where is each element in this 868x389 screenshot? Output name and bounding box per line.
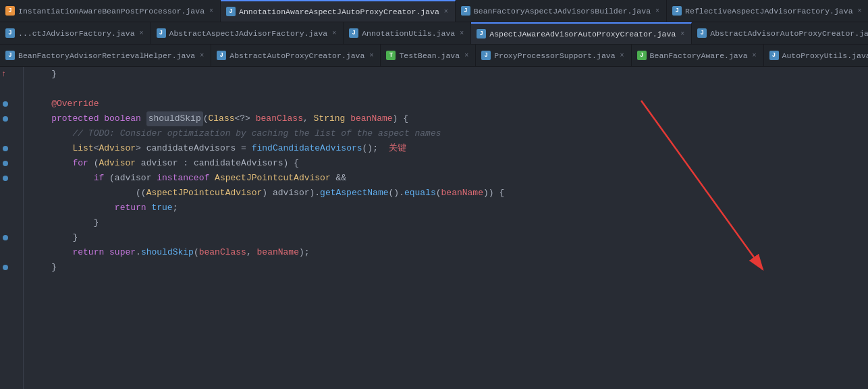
tab-icon-ctjadvisorfactory: J	[5, 28, 15, 38]
tab-instantiation[interactable]: J InstantiationAwareBeanPostProcessor.ja…	[0, 0, 221, 22]
tab-label-aspectjaware: AspectJAwareAdvisorAutoProxyCreator.java	[489, 30, 676, 38]
tab-abstractaspect[interactable]: J AbstractAspectJAdvisorFactory.java ×	[151, 22, 344, 44]
gutter-line-6	[0, 141, 23, 156]
code-fn-shouldskip2: shouldSkip	[141, 245, 194, 260]
code-line-return-super: return super.shouldSkip(beanClass, beanN…	[30, 245, 868, 260]
tab-beanfactoryadvisor[interactable]: J BeanFactoryAdvisorRetrievalHelper.java…	[0, 45, 211, 66]
gutter-arrow-up: ↑	[1, 70, 6, 79]
code-type-class: Class	[209, 111, 235, 126]
tab-close-beanfactoryadvisor[interactable]: ×	[198, 51, 205, 60]
code-fn-getaspectname: getAspectName	[320, 186, 388, 201]
tab-bar-row1: J InstantiationAwareBeanPostProcessor.ja…	[0, 0, 868, 22]
line-number-gutter: ↑	[0, 67, 24, 389]
code-param-beanname3: beanName	[257, 245, 299, 260]
code-line-return-true: return true;	[30, 201, 868, 215]
code-line-close-if: }	[30, 215, 868, 230]
code-type-aspectjpointcut: AspectJPointcutAdvisor	[215, 171, 331, 186]
code-line-2	[30, 82, 868, 97]
tab-close-abstractautoproxy[interactable]: ×	[368, 51, 375, 60]
code-type-list: List	[72, 141, 93, 156]
tab-icon-beanfactory: J	[461, 6, 470, 16]
gutter-line-7	[0, 156, 23, 171]
gutter-line-3	[0, 97, 23, 111]
gutter-line-14	[0, 260, 23, 275]
tab-label-ctjadvisorfactory: ...ctJAdvisorFactory.java	[18, 29, 135, 38]
tab-beanfactoryaware[interactable]: J BeanFactoryAware.java ×	[632, 45, 764, 66]
tab-label-proxyprocessor: ProxyProcessorSupport.java	[494, 51, 615, 60]
code-param-beanname2: beanName	[441, 186, 483, 201]
tab-close-instantiation[interactable]: ×	[208, 7, 215, 16]
gutter-line-9	[0, 186, 23, 201]
code-brace-close-method: }	[30, 260, 57, 275]
gutter-line-8	[0, 171, 23, 186]
tab-autoproxyutils[interactable]: J AutoProxyUtils.java ×	[764, 45, 868, 66]
code-type-aspectjpointcut2: AspectJPointcutAdvisor	[146, 186, 263, 201]
code-line-close-for: }	[30, 230, 868, 245]
gutter-line-4	[0, 111, 23, 126]
tab-close-abstractaspect[interactable]: ×	[331, 29, 337, 38]
tab-bar-row2: J ...ctJAdvisorFactory.java × J Abstract…	[0, 22, 868, 45]
tab-close-beanfactoryaware[interactable]: ×	[751, 51, 758, 60]
tab-icon-testbean: T	[386, 51, 396, 60]
code-brace-close-1: }	[30, 67, 57, 82]
code-comment-text: // TODO: Consider optimization by cachin…	[72, 126, 441, 141]
gutter-line-5	[0, 126, 23, 141]
tab-close-aspectjaware[interactable]: ×	[679, 30, 686, 38]
tab-close-beanfactory[interactable]: ×	[654, 7, 661, 16]
tab-reflective[interactable]: J ReflectiveAspectJAdvisorFactory.java ×	[667, 0, 868, 22]
tab-label-testbean: TestBean.java	[399, 51, 460, 60]
code-line-close-method: }	[30, 260, 868, 275]
tab-annotationutils[interactable]: J AnnotationUtils.java ×	[344, 22, 471, 44]
code-kw-if: if	[94, 171, 105, 186]
tab-close-ctjadvisorfactory[interactable]: ×	[138, 29, 145, 38]
tab-close-reflective[interactable]: ×	[857, 7, 863, 16]
tab-testbean[interactable]: T TestBean.java ×	[381, 45, 476, 66]
tab-abstractauto[interactable]: J AbstractAdvisorAutoProxyCreator.java ×	[692, 22, 868, 44]
tab-abstractautoproxy[interactable]: J AbstractAutoProxyCreator.java ×	[211, 45, 381, 66]
tab-close-annotation[interactable]: ×	[443, 7, 450, 16]
code-method-shouldskip: shouldSkip	[146, 111, 203, 126]
code-kw-for: for	[72, 156, 88, 171]
code-editor[interactable]: } @Override protected boolean shouldSkip…	[24, 67, 868, 389]
tab-close-proxyprocessor[interactable]: ×	[619, 51, 626, 60]
tab-icon-aspectjaware: J	[477, 29, 486, 38]
code-val-true: true	[151, 201, 172, 215]
tab-label-beanfactoryaware: BeanFactoryAware.java	[650, 51, 748, 60]
tab-ctjadvisorfactory[interactable]: J ...ctJAdvisorFactory.java ×	[0, 22, 151, 44]
tab-icon-beanfactoryaware: J	[637, 51, 647, 60]
code-kw-return1: return	[115, 201, 146, 215]
code-kw-super: super	[109, 245, 136, 260]
tab-label-annotation: AnnotationAwareAspectJAutoProxyCreator.j…	[239, 7, 439, 16]
code-chinese-note: 关键	[389, 141, 406, 156]
code-type-string: String	[314, 111, 346, 126]
code-annotation: @Override	[51, 97, 99, 111]
code-line-listadvisor: List<Advisor> candidateAdvisors = findCa…	[30, 141, 868, 156]
tab-annotation[interactable]: J AnnotationAwareAspectJAutoProxyCreator…	[221, 0, 456, 22]
tab-close-annotationutils[interactable]: ×	[458, 29, 465, 38]
tab-icon-reflective: J	[672, 6, 682, 16]
tab-icon-proxyprocessor: J	[481, 51, 491, 60]
tab-aspectjaware[interactable]: J AspectJAwareAdvisorAutoProxyCreator.ja…	[471, 22, 692, 44]
code-line-override: @Override	[30, 97, 868, 111]
gutter-line-10	[0, 201, 23, 215]
code-param-beanname: beanName	[350, 111, 392, 126]
code-fn-findcandidate: findCandidateAdvisors	[252, 141, 362, 156]
tab-close-testbean[interactable]: ×	[463, 51, 470, 60]
code-line-if: if (advisor instanceof AspectJPointcutAd…	[30, 171, 868, 186]
code-line-signature: protected boolean shouldSkip(Class<?> be…	[30, 111, 868, 126]
tab-icon-beanfactoryadvisor: J	[5, 51, 15, 60]
tab-label-abstractaspect: AbstractAspectJAdvisorFactory.java	[169, 29, 328, 38]
tab-bar-row3: J BeanFactoryAdvisorRetrievalHelper.java…	[0, 45, 868, 67]
code-line-1: }	[30, 67, 868, 82]
code-kw-protected: protected	[51, 111, 99, 126]
tab-icon-autoproxyutils: J	[769, 51, 779, 60]
code-kw-instanceof: instanceof	[157, 171, 209, 186]
tab-beanfactory[interactable]: J BeanFactoryAspectJAdvisorsBuilder.java…	[456, 0, 667, 22]
ide-window: J InstantiationAwareBeanPostProcessor.ja…	[0, 0, 868, 389]
code-fn-equals: equals	[404, 186, 436, 201]
tab-icon-annotationutils: J	[349, 28, 358, 38]
tab-proxyprocessor[interactable]: J ProxyProcessorSupport.java ×	[476, 45, 631, 66]
tab-label-autoproxyutils: AutoProxyUtils.java	[782, 51, 868, 60]
tab-icon-abstractautoproxy: J	[217, 51, 226, 60]
editor-area: ↑	[0, 67, 868, 389]
